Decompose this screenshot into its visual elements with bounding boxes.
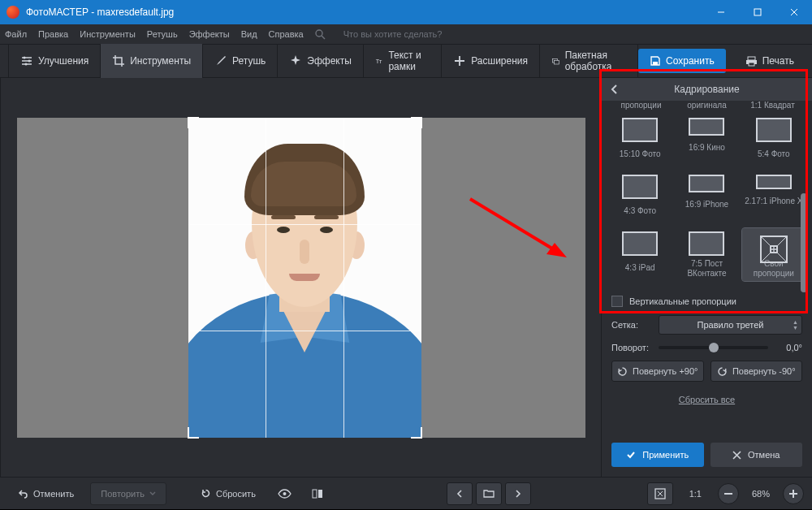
svg-rect-13 — [748, 57, 755, 60]
ratio-grid: 15:10 Фото 16:9 Кино 5:4 Фото 4:3 Фото 1… — [602, 111, 812, 287]
preview-toggle-button[interactable] — [272, 482, 298, 505]
minimize-button[interactable] — [702, 0, 739, 24]
menu-view[interactable]: Вид — [241, 29, 257, 39]
rotate-ccw-button[interactable]: Повернуть -90° — [710, 361, 803, 382]
grid-select[interactable]: Правило третей ▲▼ — [659, 315, 802, 335]
print-button[interactable]: Печать — [736, 49, 804, 73]
crop-icon — [112, 54, 125, 67]
statusbar: Отменить Повторить Сбросить 1:1 68% — [0, 477, 812, 509]
vertical-proportions-checkbox[interactable] — [611, 296, 623, 307]
fit-icon — [654, 488, 666, 499]
sliders-icon — [20, 54, 33, 67]
brush-icon — [214, 54, 227, 67]
tab-batch[interactable]: Пакетная обработка — [540, 44, 638, 78]
ratio-label-partial: пропорции — [608, 101, 674, 110]
side-panel: Кадрирование пропорции оригинала 1:1 Ква… — [601, 78, 812, 477]
minus-icon — [724, 493, 732, 495]
stack-icon — [551, 54, 560, 67]
scrollbar-thumb[interactable] — [801, 193, 807, 292]
ratio-iphone-x[interactable]: 2.17:1 iPhone X — [742, 171, 806, 223]
tab-text[interactable]: Tт Текст и рамки — [364, 44, 442, 78]
check-icon — [626, 450, 636, 460]
svg-text:Tт: Tт — [376, 58, 382, 65]
reset-icon — [201, 488, 211, 499]
ratio-custom[interactable]: Свои пропорции — [742, 228, 806, 281]
svg-rect-21 — [313, 490, 317, 498]
ratio-label-partial: 1:1 Квадрат — [740, 101, 806, 110]
menu-effects[interactable]: Эффекты — [189, 29, 230, 39]
ratio-16-9-iphone[interactable]: 16:9 iPhone — [675, 171, 738, 223]
tab-enhance[interactable]: Улучшения — [8, 44, 101, 78]
actual-size-button[interactable]: 1:1 — [680, 482, 711, 505]
tab-effects[interactable]: Эффекты — [278, 44, 364, 78]
prev-image-button[interactable] — [447, 482, 473, 505]
svg-point-20 — [283, 492, 287, 495]
ratio-5-4[interactable]: 5:4 Фото — [742, 115, 806, 166]
svg-rect-12 — [653, 62, 658, 65]
sparkle-icon — [289, 54, 302, 67]
chevron-down-icon — [149, 491, 156, 497]
maximize-button[interactable] — [739, 0, 775, 24]
svg-rect-1 — [754, 9, 761, 15]
ratio-15-10[interactable]: 15:10 Фото — [608, 115, 672, 166]
svg-rect-15 — [749, 63, 754, 66]
svg-line-5 — [322, 36, 325, 39]
svg-point-8 — [25, 63, 28, 66]
back-button[interactable] — [607, 81, 623, 97]
svg-rect-11 — [554, 60, 559, 64]
undo-button[interactable]: Отменить — [8, 482, 84, 505]
svg-point-4 — [316, 30, 322, 37]
chevron-right-icon — [515, 490, 521, 498]
tab-extensions[interactable]: Расширения — [442, 44, 540, 78]
next-image-button[interactable] — [505, 482, 531, 505]
ratio-label-partial: оригинала — [674, 101, 740, 110]
chevron-left-icon — [456, 490, 463, 498]
svg-point-6 — [24, 57, 26, 59]
rotation-slider[interactable] — [659, 346, 768, 349]
ratio-4-3[interactable]: 4:3 Фото — [608, 171, 672, 223]
plus-icon — [453, 54, 466, 67]
tab-retouch[interactable]: Ретушь — [203, 44, 278, 78]
ratio-16-9[interactable]: 16:9 Кино — [675, 115, 738, 166]
compare-icon — [312, 488, 323, 499]
svg-rect-22 — [318, 490, 322, 498]
menu-file[interactable]: Файл — [5, 29, 27, 39]
fit-screen-button[interactable] — [647, 482, 673, 505]
ratio-7-5-vk[interactable]: 7:5 Пост ВКонтакте — [675, 228, 738, 281]
reset-button[interactable]: Сбросить — [191, 482, 266, 505]
zoom-in-button[interactable] — [783, 483, 804, 504]
text-icon: Tт — [375, 54, 384, 67]
titlebar: ФотоМАСТЕР - maxresdefault.jpg — [0, 0, 812, 24]
menu-tools[interactable]: Инструменты — [80, 29, 136, 39]
redo-button[interactable]: Повторить — [90, 482, 166, 505]
menu-retouch[interactable]: Ретушь — [147, 29, 178, 39]
search-icon — [315, 29, 326, 40]
menu-help[interactable]: Справка — [269, 29, 304, 39]
search-input[interactable]: Что вы хотите сделать? — [343, 29, 443, 39]
plus-icon — [789, 490, 797, 498]
save-button[interactable]: Сохранить — [638, 49, 726, 73]
menubar: Файл Правка Инструменты Ретушь Эффекты В… — [0, 24, 812, 44]
zoom-value: 68% — [745, 489, 776, 499]
reset-crop-link[interactable]: Сбросить все — [611, 395, 802, 404]
eye-icon — [278, 489, 292, 499]
window-title: ФотоМАСТЕР - maxresdefault.jpg — [26, 6, 702, 18]
apply-button[interactable]: Применить — [611, 443, 704, 467]
cancel-button[interactable]: Отмена — [710, 443, 803, 467]
ratio-4-3-ipad[interactable]: 4:3 iPad — [608, 228, 672, 281]
rotate-cw-icon — [617, 366, 628, 377]
rotate-ccw-icon — [717, 366, 728, 377]
tab-tools[interactable]: Инструменты — [101, 44, 203, 78]
vertical-proportions-label: Вертикальные пропорции — [629, 296, 736, 306]
custom-crop-icon — [756, 231, 792, 267]
x-icon — [732, 451, 741, 460]
close-button[interactable] — [775, 0, 812, 24]
canvas[interactable] — [0, 78, 601, 477]
zoom-out-button[interactable] — [718, 483, 739, 504]
compare-button[interactable] — [304, 482, 330, 505]
open-folder-button[interactable] — [476, 482, 502, 505]
image-preview — [188, 118, 421, 438]
save-icon — [650, 55, 661, 67]
menu-edit[interactable]: Правка — [38, 29, 68, 39]
rotate-cw-button[interactable]: Повернуть +90° — [611, 361, 704, 382]
